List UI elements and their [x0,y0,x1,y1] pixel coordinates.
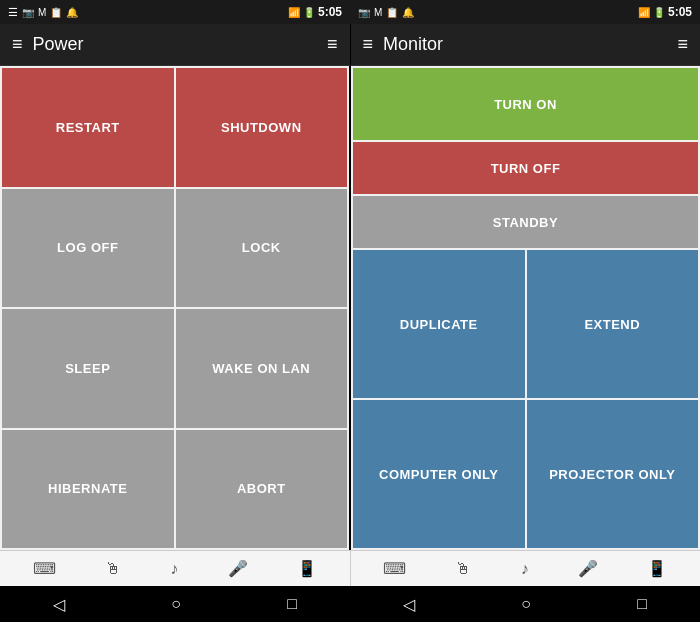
power-panel: RESTART SHUTDOWN LOG OFF LOCK SLEEP WAKE… [0,66,351,550]
back-icon-right[interactable]: ◁ [403,595,415,614]
music-icon-left[interactable]: ♪ [170,560,178,578]
phone-icon-left[interactable]: 📱 [297,559,317,578]
hibernate-button[interactable]: HIBERNATE [2,430,174,549]
extend-label: EXTEND [584,317,640,332]
bell-icon-right: 🔔 [402,7,414,18]
duplicate-label: DUPLICATE [400,317,478,332]
keyboard-icon-left[interactable]: ⌨ [33,559,56,578]
status-right: 📷 M 📋 🔔 📶 🔋 5:05 [350,0,700,24]
camera-icon-right: 📷 [358,7,370,18]
nav-left: ◁ ○ □ [0,586,350,622]
mouse-icon-left[interactable]: 🖱 [105,560,121,578]
home-icon-right[interactable]: ○ [521,595,531,613]
bottom-toolbars: ⌨ 🖱 ♪ 🎤 📱 ⌨ 🖱 ♪ 🎤 📱 [0,550,700,586]
computeronly-label: COMPUTER ONLY [379,467,498,482]
standby-button[interactable]: STANDBY [353,196,698,248]
duplicate-button[interactable]: DUPLICATE [353,250,525,398]
wakeonlan-label: WAKE ON LAN [212,361,310,376]
nav-right: ◁ ○ □ [350,586,700,622]
keyboard-icon-right[interactable]: ⌨ [383,559,406,578]
projectoronly-button[interactable]: PROJECTOR ONLY [527,400,699,548]
status-right-left: 📶 🔋 5:05 [288,5,342,19]
logoff-label: LOG OFF [57,240,118,255]
turnoff-button[interactable]: TURN OFF [353,142,698,194]
status-left-icons: ☰ 📷 M 📋 🔔 [8,6,78,19]
task-icon-left: 📋 [50,7,62,18]
mouse-icon-right[interactable]: 🖱 [455,560,471,578]
app-headers: ≡ Power ≡ ≡ Monitor ≡ [0,24,700,66]
task-icon-right: 📋 [386,7,398,18]
time-right: 5:05 [668,5,692,19]
signal-icon-right: 📶 [638,7,650,18]
monitor-more-icon[interactable]: ≡ [677,34,688,55]
back-icon-left[interactable]: ◁ [53,595,65,614]
turnon-button[interactable]: TURN ON [353,68,698,140]
computeronly-button[interactable]: COMPUTER ONLY [353,400,525,548]
monitor-panel: TURN ON TURN OFF STANDBY DUPLICATE EXTEN… [351,66,700,550]
mail-icon-left: M [38,7,46,18]
status-left: ☰ 📷 M 📋 🔔 📶 🔋 5:05 [0,0,350,24]
monitor-header: ≡ Monitor ≡ [351,24,701,66]
lock-button[interactable]: LOCK [176,189,348,308]
phone-icon-right[interactable]: 📱 [647,559,667,578]
mail-icon-right: M [374,7,382,18]
logoff-button[interactable]: LOG OFF [2,189,174,308]
turnon-label: TURN ON [494,97,557,112]
main-content: RESTART SHUTDOWN LOG OFF LOCK SLEEP WAKE… [0,66,700,550]
power-header: ≡ Power ≡ [0,24,351,66]
battery-icon-left: 🔋 [303,7,315,18]
sleep-button[interactable]: SLEEP [2,309,174,428]
abort-button[interactable]: ABORT [176,430,348,549]
mic-icon-left[interactable]: 🎤 [228,559,248,578]
shutdown-label: SHUTDOWN [221,120,302,135]
recent-icon-right[interactable]: □ [637,595,647,613]
turnoff-label: TURN OFF [491,161,561,176]
power-more-icon[interactable]: ≡ [327,34,338,55]
hibernate-label: HIBERNATE [48,481,127,496]
menu-icon-left: ☰ [8,6,18,19]
camera-icon-left: 📷 [22,7,34,18]
standby-label: STANDBY [493,215,558,230]
status-right-left-icons: 📷 M 📋 🔔 [358,7,414,18]
monitor-menu-icon[interactable]: ≡ [363,34,374,55]
monitor-toolbar: ⌨ 🖱 ♪ 🎤 📱 [351,551,701,586]
time-left: 5:05 [318,5,342,19]
power-title: Power [33,34,327,55]
power-toolbar: ⌨ 🖱 ♪ 🎤 📱 [0,551,351,586]
status-right-right-icons: 📶 🔋 5:05 [638,5,692,19]
mic-icon-right[interactable]: 🎤 [578,559,598,578]
abort-label: ABORT [237,481,286,496]
projectoronly-label: PROJECTOR ONLY [549,467,675,482]
home-icon-left[interactable]: ○ [171,595,181,613]
monitor-title: Monitor [383,34,677,55]
recent-icon-left[interactable]: □ [287,595,297,613]
restart-button[interactable]: RESTART [2,68,174,187]
bell-icon-left: 🔔 [66,7,78,18]
status-bar: ☰ 📷 M 📋 🔔 📶 🔋 5:05 📷 M 📋 🔔 📶 🔋 5:05 [0,0,700,24]
restart-label: RESTART [56,120,120,135]
nav-bar: ◁ ○ □ ◁ ○ □ [0,586,700,622]
lock-label: LOCK [242,240,281,255]
battery-icon-right: 🔋 [653,7,665,18]
extend-button[interactable]: EXTEND [527,250,699,398]
shutdown-button[interactable]: SHUTDOWN [176,68,348,187]
signal-icon-left: 📶 [288,7,300,18]
wakeonlan-button[interactable]: WAKE ON LAN [176,309,348,428]
power-menu-icon[interactable]: ≡ [12,34,23,55]
sleep-label: SLEEP [65,361,110,376]
music-icon-right[interactable]: ♪ [521,560,529,578]
